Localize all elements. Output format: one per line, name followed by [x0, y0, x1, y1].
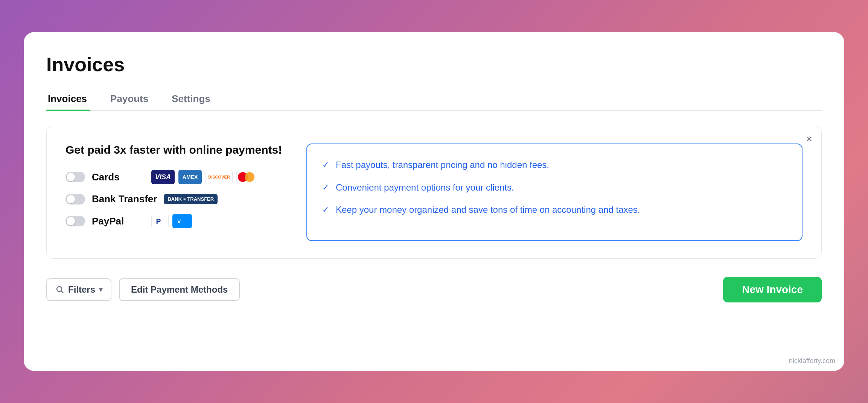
benefit-item-1: ✓ Fast payouts, transparent pricing and … [322, 159, 787, 171]
new-invoice-button[interactable]: New Invoice [723, 277, 822, 302]
paypal-icon: P [155, 216, 165, 226]
toggle-bank[interactable] [65, 194, 85, 205]
discover-logo: DISCOVER [206, 170, 233, 184]
watermark: nicklafferty.com [789, 357, 835, 365]
svg-point-2 [57, 287, 62, 292]
toggle-cards[interactable] [65, 172, 85, 182]
venmo-logo: V [172, 214, 192, 228]
payment-label-paypal: PayPal [92, 215, 145, 227]
paypal-logo: P [151, 214, 169, 228]
payment-label-bank: Bank Transfer [92, 193, 157, 205]
payment-row-cards: Cards VISA AMEX DISCOVER [65, 170, 284, 184]
benefit-item-3: ✓ Keep your money organized and save ton… [322, 203, 787, 216]
promo-title: Get paid 3x faster with online payments! [65, 143, 284, 156]
promo-box: × Get paid 3x faster with online payment… [46, 126, 822, 259]
check-icon-2: ✓ [322, 182, 329, 194]
toolbar: Filters ▾ Edit Payment Methods New Invoi… [46, 277, 822, 302]
svg-text:V: V [177, 218, 181, 224]
mc-right-circle [245, 172, 254, 182]
close-button[interactable]: × [806, 134, 812, 144]
card-logos-bank: BANK ≡ TRANSFER [164, 194, 218, 204]
amex-logo: AMEX [178, 170, 202, 184]
tab-settings[interactable]: Settings [170, 89, 221, 110]
svg-line-3 [61, 291, 64, 293]
filters-button[interactable]: Filters ▾ [46, 278, 111, 301]
filters-label: Filters [68, 284, 95, 295]
card-logos-paypal: P V [151, 214, 192, 228]
mastercard-logo [236, 170, 256, 184]
tabs-nav: Invoices Payouts Settings [46, 89, 822, 111]
toggle-paypal[interactable] [65, 216, 85, 226]
card-logos-cards: VISA AMEX DISCOVER [151, 170, 256, 184]
check-icon-1: ✓ [322, 159, 329, 171]
payment-row-paypal: PayPal P V [65, 214, 284, 228]
page-title: Invoices [46, 53, 822, 76]
bank-transfer-logo: BANK ≡ TRANSFER [164, 194, 218, 204]
main-card: Invoices Invoices Payouts Settings × Get… [24, 32, 844, 371]
payment-row-bank: Bank Transfer BANK ≡ TRANSFER [65, 193, 284, 205]
toolbar-left: Filters ▾ Edit Payment Methods [46, 278, 240, 301]
check-icon-3: ✓ [322, 204, 329, 216]
tab-payouts[interactable]: Payouts [109, 89, 159, 110]
tab-invoices[interactable]: Invoices [46, 89, 97, 110]
edit-payment-button[interactable]: Edit Payment Methods [119, 278, 240, 301]
venmo-icon: V [177, 217, 188, 225]
promo-right: ✓ Fast payouts, transparent pricing and … [306, 143, 803, 241]
svg-text:P: P [156, 217, 161, 225]
chevron-down-icon: ▾ [99, 285, 102, 294]
search-icon [55, 285, 64, 294]
visa-logo: VISA [151, 170, 175, 184]
benefit-item-2: ✓ Convenient payment options for your cl… [322, 181, 787, 194]
payment-label-cards: Cards [92, 171, 145, 183]
promo-left: Get paid 3x faster with online payments!… [65, 143, 284, 237]
